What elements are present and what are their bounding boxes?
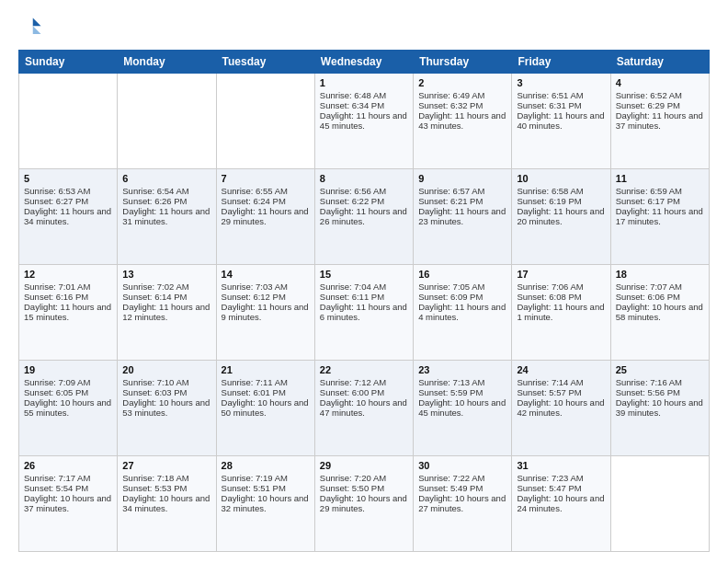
- sunrise-text: Sunrise: 6:56 AM: [320, 186, 386, 196]
- calendar-cell: 29Sunrise: 7:20 AMSunset: 5:50 PMDayligh…: [314, 456, 413, 552]
- day-number: 13: [122, 269, 210, 280]
- calendar-cell: 22Sunrise: 7:12 AMSunset: 6:00 PMDayligh…: [314, 361, 413, 456]
- calendar-cell: 6Sunrise: 6:54 AMSunset: 6:26 PMDaylight…: [118, 169, 216, 265]
- daylight-text: Daylight: 10 hours and 47 minutes.: [320, 397, 407, 418]
- calendar-cell: 31Sunrise: 7:23 AMSunset: 5:47 PMDayligh…: [512, 456, 610, 552]
- sunset-text: Sunset: 5:47 PM: [517, 483, 581, 493]
- calendar-cell: 18Sunrise: 7:07 AMSunset: 6:06 PMDayligh…: [610, 265, 709, 361]
- sunrise-text: Sunrise: 7:17 AM: [24, 473, 90, 483]
- col-header-thursday: Thursday: [414, 51, 512, 74]
- day-number: 30: [418, 460, 506, 471]
- sunrise-text: Sunrise: 7:22 AM: [418, 473, 484, 483]
- col-header-wednesday: Wednesday: [314, 51, 413, 74]
- sunset-text: Sunset: 6:22 PM: [320, 196, 384, 206]
- daylight-text: Daylight: 11 hours and 1 minute.: [517, 302, 604, 322]
- sunset-text: Sunset: 6:19 PM: [517, 196, 581, 206]
- daylight-text: Daylight: 10 hours and 45 minutes.: [418, 397, 506, 418]
- sunrise-text: Sunrise: 7:04 AM: [320, 282, 386, 292]
- daylight-text: Daylight: 11 hours and 31 minutes.: [122, 206, 210, 226]
- daylight-text: Daylight: 11 hours and 4 minutes.: [418, 302, 506, 322]
- sunset-text: Sunset: 5:53 PM: [122, 483, 187, 493]
- sunrise-text: Sunrise: 7:19 AM: [222, 473, 288, 483]
- sunset-text: Sunset: 6:14 PM: [122, 292, 187, 302]
- day-number: 16: [418, 269, 506, 280]
- sunset-text: Sunset: 6:12 PM: [222, 292, 286, 302]
- sunrise-text: Sunrise: 6:57 AM: [418, 186, 484, 196]
- sunset-text: Sunset: 6:08 PM: [517, 292, 581, 302]
- day-number: 1: [320, 77, 408, 88]
- day-number: 31: [517, 460, 605, 471]
- calendar-cell: 4Sunrise: 6:52 AMSunset: 6:29 PMDaylight…: [610, 74, 709, 169]
- sunrise-text: Sunrise: 7:03 AM: [222, 282, 288, 292]
- sunrise-text: Sunrise: 7:23 AM: [517, 473, 583, 483]
- day-number: 6: [122, 173, 210, 184]
- sunrise-text: Sunrise: 7:02 AM: [122, 282, 188, 292]
- day-number: 19: [24, 364, 112, 375]
- col-header-sunday: Sunday: [19, 51, 118, 74]
- calendar-cell: 25Sunrise: 7:16 AMSunset: 5:56 PMDayligh…: [610, 361, 709, 456]
- calendar-cell: [118, 74, 216, 169]
- calendar-cell: 27Sunrise: 7:18 AMSunset: 5:53 PMDayligh…: [118, 456, 216, 552]
- sunset-text: Sunset: 6:16 PM: [24, 292, 88, 302]
- calendar-cell: 12Sunrise: 7:01 AMSunset: 6:16 PMDayligh…: [19, 265, 118, 361]
- sunrise-text: Sunrise: 6:59 AM: [616, 186, 682, 196]
- day-number: 25: [616, 364, 704, 375]
- daylight-text: Daylight: 11 hours and 9 minutes.: [222, 302, 309, 322]
- sunrise-text: Sunrise: 7:09 AM: [24, 377, 90, 387]
- svg-marker-1: [33, 26, 41, 34]
- day-number: 10: [517, 173, 605, 184]
- day-number: 3: [517, 77, 605, 88]
- calendar-cell: 24Sunrise: 7:14 AMSunset: 5:57 PMDayligh…: [512, 361, 610, 456]
- sunset-text: Sunset: 6:32 PM: [418, 100, 483, 110]
- col-header-monday: Monday: [118, 51, 216, 74]
- calendar-cell: 2Sunrise: 6:49 AMSunset: 6:32 PMDaylight…: [414, 74, 512, 169]
- calendar-cell: 3Sunrise: 6:51 AMSunset: 6:31 PMDaylight…: [512, 74, 610, 169]
- sunrise-text: Sunrise: 7:10 AM: [122, 377, 188, 387]
- calendar-week-4: 19Sunrise: 7:09 AMSunset: 6:05 PMDayligh…: [19, 361, 710, 456]
- daylight-text: Daylight: 11 hours and 45 minutes.: [320, 110, 407, 131]
- day-number: 7: [222, 173, 310, 184]
- sunset-text: Sunset: 6:26 PM: [122, 196, 187, 206]
- sunset-text: Sunset: 5:50 PM: [320, 483, 384, 493]
- sunrise-text: Sunrise: 7:12 AM: [320, 377, 386, 387]
- daylight-text: Daylight: 11 hours and 26 minutes.: [320, 206, 407, 226]
- calendar-cell: 15Sunrise: 7:04 AMSunset: 6:11 PMDayligh…: [314, 265, 413, 361]
- day-number: 8: [320, 173, 408, 184]
- day-number: 9: [418, 173, 506, 184]
- daylight-text: Daylight: 11 hours and 37 minutes.: [616, 110, 703, 131]
- calendar-cell: 1Sunrise: 6:48 AMSunset: 6:34 PMDaylight…: [314, 74, 413, 169]
- sunset-text: Sunset: 6:11 PM: [320, 292, 384, 302]
- daylight-text: Daylight: 11 hours and 34 minutes.: [24, 206, 111, 226]
- daylight-text: Daylight: 11 hours and 23 minutes.: [418, 206, 506, 226]
- day-number: 28: [222, 460, 310, 471]
- sunrise-text: Sunrise: 6:55 AM: [222, 186, 288, 196]
- daylight-text: Daylight: 10 hours and 24 minutes.: [517, 493, 604, 513]
- daylight-text: Daylight: 10 hours and 50 minutes.: [222, 397, 309, 418]
- calendar-cell: [216, 74, 314, 169]
- calendar-table: SundayMondayTuesdayWednesdayThursdayFrid…: [18, 50, 710, 552]
- daylight-text: Daylight: 11 hours and 43 minutes.: [418, 110, 506, 131]
- calendar-week-3: 12Sunrise: 7:01 AMSunset: 6:16 PMDayligh…: [19, 265, 710, 361]
- calendar-week-5: 26Sunrise: 7:17 AMSunset: 5:54 PMDayligh…: [19, 456, 710, 552]
- calendar-cell: 8Sunrise: 6:56 AMSunset: 6:22 PMDaylight…: [314, 169, 413, 265]
- sunset-text: Sunset: 6:03 PM: [122, 387, 187, 397]
- daylight-text: Daylight: 10 hours and 29 minutes.: [320, 493, 407, 513]
- sunrise-text: Sunrise: 6:51 AM: [517, 90, 583, 100]
- svg-marker-0: [33, 18, 41, 27]
- day-number: 24: [517, 364, 605, 375]
- day-number: 15: [320, 269, 408, 280]
- sunrise-text: Sunrise: 7:18 AM: [122, 473, 188, 483]
- col-header-saturday: Saturday: [610, 51, 709, 74]
- calendar-cell: 20Sunrise: 7:10 AMSunset: 6:03 PMDayligh…: [118, 361, 216, 456]
- col-header-friday: Friday: [512, 51, 610, 74]
- sunset-text: Sunset: 6:06 PM: [616, 292, 680, 302]
- sunrise-text: Sunrise: 7:07 AM: [616, 282, 682, 292]
- sunrise-text: Sunrise: 6:49 AM: [418, 90, 484, 100]
- calendar-week-1: 1Sunrise: 6:48 AMSunset: 6:34 PMDaylight…: [19, 74, 710, 169]
- sunrise-text: Sunrise: 7:01 AM: [24, 282, 90, 292]
- sunset-text: Sunset: 5:51 PM: [222, 483, 286, 493]
- calendar-cell: [610, 456, 709, 552]
- calendar-cell: 5Sunrise: 6:53 AMSunset: 6:27 PMDaylight…: [19, 169, 118, 265]
- calendar-cell: 16Sunrise: 7:05 AMSunset: 6:09 PMDayligh…: [414, 265, 512, 361]
- sunset-text: Sunset: 6:34 PM: [320, 100, 384, 110]
